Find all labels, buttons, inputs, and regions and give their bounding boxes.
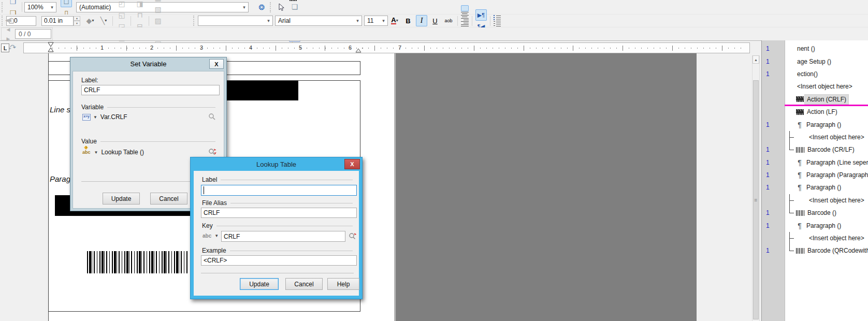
value-value: Lookup Table (): [101, 149, 144, 156]
bullet-list-button[interactable]: [494, 14, 501, 21]
key-input[interactable]: [221, 231, 345, 242]
variable-source-row[interactable]: x=y ▼ Var.CRLF: [82, 113, 216, 121]
tree-item-section[interactable]: 1 ection(): [762, 68, 868, 80]
numbered-list-button[interactable]: [494, 21, 501, 27]
tree-branch: [785, 207, 795, 219]
tree-item-document[interactable]: 1 nent (): [762, 42, 868, 55]
chevron-down-icon[interactable]: ▼: [93, 115, 97, 120]
frame-borders-icon[interactable]: □: [61, 0, 72, 7]
tree-item-paragraph[interactable]: 1 Paragraph (): [762, 118, 868, 130]
tree-item-barcode-qrcode[interactable]: 1 Barcode (QRCodewith: [762, 244, 868, 257]
bring-forward-icon[interactable]: ◰: [116, 0, 127, 9]
update-button[interactable]: Update: [240, 278, 279, 290]
fill-color-icon[interactable]: ◆▾: [84, 15, 96, 26]
step-down-icon[interactable]: ▼: [74, 21, 80, 26]
text-fit-icon-3[interactable]: ▦: [152, 0, 164, 4]
character-spacing-button[interactable]: aob: [443, 15, 454, 26]
send-backward-icon[interactable]: ◱: [116, 9, 127, 21]
tree-branch: [785, 55, 795, 67]
example-input[interactable]: [201, 255, 357, 266]
search-refresh-icon[interactable]: [349, 232, 357, 241]
italic-button[interactable]: I: [416, 15, 427, 26]
step-up-icon[interactable]: ▲: [74, 16, 80, 21]
tree-item-paragraph[interactable]: 1 Paragraph (): [762, 181, 868, 194]
tree-item-insert-placeholder[interactable]: <Insert object here>: [762, 232, 868, 244]
underline-button[interactable]: U: [429, 15, 441, 26]
first-record-button[interactable]: ◀◀: [3, 16, 13, 25]
close-button[interactable]: X: [209, 59, 224, 69]
pasteboard: [396, 53, 697, 321]
ltr-paragraph-button[interactable]: ▶¶: [475, 9, 487, 21]
tree-item-label: nent (): [795, 44, 817, 53]
scrollbar-thumb[interactable]: ≡: [753, 80, 759, 319]
ruler-cursor-marker[interactable]: [48, 42, 54, 52]
update-button[interactable]: Update: [103, 193, 140, 205]
align-center-button[interactable]: [461, 11, 469, 18]
tree-item-action-crlf[interactable]: Action (CRLF): [762, 93, 868, 106]
toolbar-grip[interactable]: [2, 2, 5, 12]
toolbar-grip[interactable]: [193, 16, 196, 26]
next-record-button[interactable]: ▶: [3, 34, 13, 43]
copy-icon[interactable]: ❐: [7, 0, 19, 7]
unit-stepper[interactable]: ▲▼: [74, 16, 80, 26]
tree-branch: [785, 106, 795, 118]
line-color-icon[interactable]: ╲▾: [98, 15, 109, 26]
tree-item-page-setup[interactable]: 1 age Setup (): [762, 55, 868, 67]
chevron-down-icon[interactable]: ▼: [94, 150, 98, 155]
tree-item-paragraph-line-seperator[interactable]: 1 Paragraph (Line seperator): [762, 156, 868, 169]
bold-button[interactable]: B: [402, 15, 414, 26]
font-color-button[interactable]: A▾: [389, 15, 400, 26]
tree-item-label: Action (CRLF): [805, 95, 848, 104]
close-button[interactable]: X: [344, 159, 360, 169]
black-rectangle-object[interactable]: [220, 81, 298, 100]
record-navigation-group: ◀◀◀▶▶▶ 0 / 0: [1, 27, 53, 40]
tree-item-action-lf[interactable]: Action (LF): [762, 106, 868, 118]
tree-item-label: <Insert object here>: [795, 82, 855, 91]
chevron-down-icon: ▾: [354, 18, 361, 23]
file-alias-input[interactable]: [201, 208, 357, 218]
text-fit-icon-4[interactable]: ▧: [152, 4, 164, 15]
horizontal-ruler[interactable]: 1 2 3 4 5 6 7: [23, 42, 750, 53]
barcode-object[interactable]: [87, 251, 189, 273]
search-refresh-icon[interactable]: [208, 148, 216, 156]
tree-item-insert-placeholder[interactable]: <Insert object here>: [762, 80, 868, 93]
vertical-scrollbar[interactable]: ▲ ≡: [752, 55, 760, 321]
object-tree-panel: 1 nent () 1 age Setup () 1 ection(): [761, 40, 868, 321]
help-button[interactable]: Help: [327, 278, 359, 290]
align-right-button[interactable]: [461, 18, 469, 24]
tree-item-barcode-crlf[interactable]: 1 Barcode (CR/LF): [762, 143, 868, 156]
scroll-up-button[interactable]: ▲: [753, 55, 759, 64]
proof-icon[interactable]: ❂: [256, 2, 267, 13]
app-window: ▤▣✂❐❑❒↶↷ 100% ▾ ▦¶□▯≣▫ (Automatic) ▾ ❂ ╲…: [0, 0, 868, 321]
font-size-select[interactable]: 11 ▾: [364, 16, 388, 26]
align-top-icon[interactable]: ⊓: [134, 9, 146, 21]
toolbar-grip[interactable]: [270, 2, 273, 12]
lookup-label-input[interactable]: [201, 185, 357, 196]
text-fit-icon-5[interactable]: ▨: [152, 15, 164, 26]
value-source-row[interactable]: abc ▼ Lookup Table (): [82, 148, 216, 156]
ruler-corner-box[interactable]: L: [1, 43, 9, 52]
cancel-button[interactable]: Cancel: [150, 193, 187, 205]
tree-item-barcode[interactable]: 1 Barcode (): [762, 207, 868, 219]
align-left-button[interactable]: [461, 5, 469, 11]
tree-item-insert-placeholder[interactable]: <Insert object here>: [762, 131, 868, 143]
unit-field[interactable]: 0.01 in: [41, 16, 74, 26]
tree-item-paragraph[interactable]: 1 Paragraph (): [762, 219, 868, 231]
previous-record-button[interactable]: ◀: [3, 25, 13, 34]
variable-label-input[interactable]: [81, 85, 220, 95]
chevron-down-icon[interactable]: ▼: [214, 234, 219, 238]
font-family-select[interactable]: Arial ▾: [275, 16, 362, 26]
margin-marker[interactable]: [355, 48, 361, 53]
select-tool-icon[interactable]: [276, 2, 287, 13]
cancel-button[interactable]: Cancel: [285, 278, 323, 290]
search-icon[interactable]: [208, 113, 216, 121]
tree-item-icon: [795, 183, 804, 192]
align-right-icon[interactable]: ◨: [134, 0, 146, 9]
tree-item-insert-placeholder[interactable]: <Insert object here>: [762, 194, 868, 207]
style-select[interactable]: ▾: [198, 16, 273, 26]
page-curl-icon[interactable]: ❏: [289, 1, 300, 12]
zoom-select[interactable]: 100% ▾: [24, 2, 56, 12]
record-indicator[interactable]: 0 / 0: [15, 29, 51, 39]
tree-branch: [785, 143, 795, 156]
tree-item-paragraph-paragraph-seperator[interactable]: 1 Paragraph (Paragraph seper: [762, 169, 868, 181]
